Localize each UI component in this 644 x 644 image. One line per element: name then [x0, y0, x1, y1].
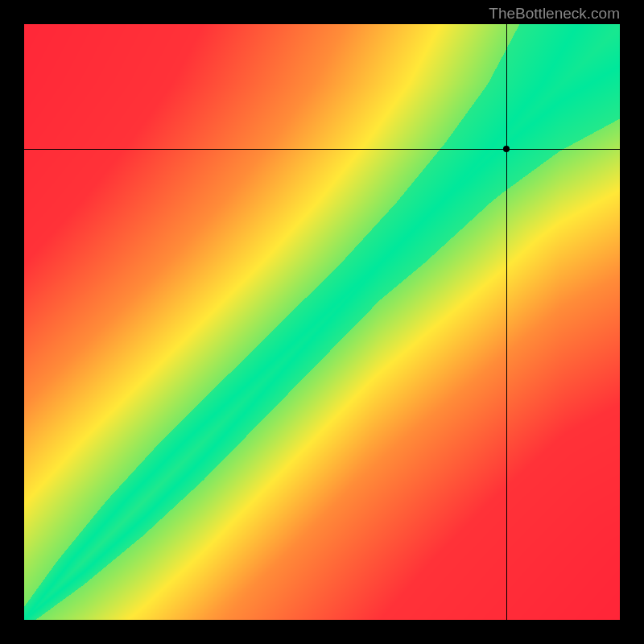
- heatmap-canvas: [24, 24, 620, 620]
- crosshair-vertical-line: [506, 24, 507, 620]
- crosshair-intersection-dot: [503, 146, 510, 152]
- watermark-text: TheBottleneck.com: [489, 5, 620, 23]
- crosshair-horizontal-line: [24, 149, 620, 150]
- heatmap-chart: [24, 24, 620, 620]
